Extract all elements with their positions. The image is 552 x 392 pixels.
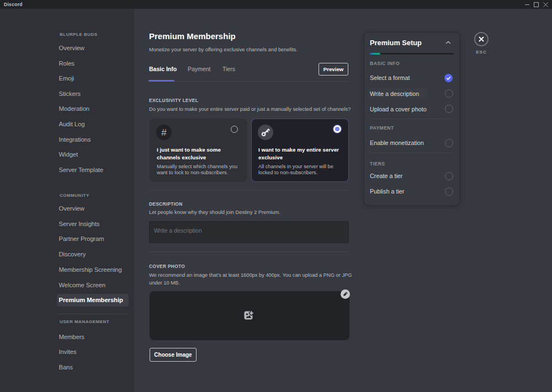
svg-text:#: #: [161, 127, 167, 138]
